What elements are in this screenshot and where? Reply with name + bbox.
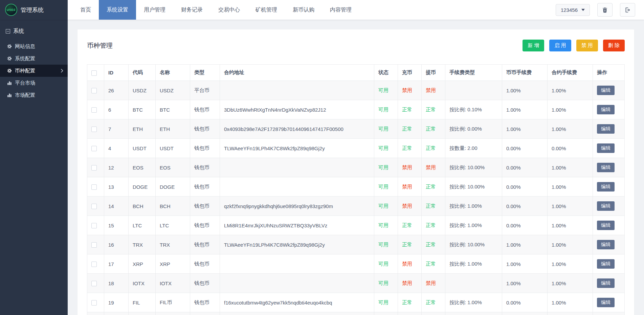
edit-button[interactable]: 编辑 [597,240,615,249]
logout-button[interactable] [620,3,635,17]
edit-button[interactable]: 编辑 [597,163,615,172]
edit-button[interactable]: 编辑 [597,143,615,153]
cell-id: 7 [104,119,129,139]
cell-withdraw: 正常 [422,119,445,139]
sidebar-item-网站信息[interactable]: 网站信息 [0,40,68,52]
cell-name: TRX [156,235,190,254]
status-badge: 可用 [378,107,388,112]
status-badge: 禁用 [426,87,436,93]
sidebar-menu: 网站信息系统配置币种配置平台市场市场配置 [0,40,68,101]
cell-contract_fee: 1.00% [548,158,593,177]
row-checkbox[interactable] [91,88,97,93]
cell-contract_fee: 1.00% [548,235,593,254]
cell-coin_fee: 0.00% [502,158,548,177]
main-content: 币种管理 新 增启 用禁 用删 除 ID代码名称类型合约地址状态充币提币手续费类… [68,20,644,315]
add-button[interactable]: 新 增 [523,40,544,51]
nav-item-财务记录[interactable]: 财务记录 [173,0,210,20]
gear-icon [7,44,12,49]
edit-button[interactable]: 编辑 [597,86,615,95]
edit-button[interactable]: 编辑 [597,278,615,288]
logo-text: USDZ [7,8,16,12]
cell-id: 17 [104,254,129,274]
cell-contract_fee: 1.00% [548,254,593,274]
cell-contract_fee: 0.00% [548,139,593,158]
cell-contract: qzkf2fxnq9pnygkkdhqhj6ue0895rq0lry83zgz9… [220,197,374,216]
sidebar-item-市场配置[interactable]: 市场配置 [0,89,68,101]
disable-button[interactable]: 禁 用 [576,40,598,51]
cell-fee_type: 按比例: 1.00% [445,254,502,274]
gear-icon [7,56,12,61]
row-checkbox[interactable] [91,146,97,151]
status-badge: 可用 [378,203,388,209]
cell-status: 可用 [374,216,398,235]
edit-button[interactable]: 编辑 [597,105,615,114]
cell-type: 钱包币 [190,312,220,315]
nav-item-内容管理[interactable]: 内容管理 [322,0,359,20]
enable-button[interactable]: 启 用 [549,40,571,51]
edit-button[interactable]: 编辑 [597,298,615,307]
row-checkbox[interactable] [91,204,97,209]
edit-button[interactable]: 编辑 [597,221,615,230]
row-checkbox[interactable] [91,165,97,171]
cell-contract: TLWAeeYFn19LPh4K7C8Wk2fpZ89q98Gj2y [220,139,374,158]
cell-code: BCH [129,197,156,216]
select-all-checkbox[interactable] [91,70,97,76]
sidebar-item-平台市场[interactable]: 平台市场 [0,77,68,89]
nav-item-首页[interactable]: 首页 [72,0,99,20]
cell-type: 钱包币 [190,235,220,254]
row-checkbox[interactable] [91,107,97,113]
table-row: 4USDTUSDT钱包币TLWAeeYFn19LPh4K7C8Wk2fpZ89q… [87,139,625,158]
cell-fee_type: 按比例: 10.00% [445,177,502,197]
edit-button[interactable]: 编辑 [597,201,615,211]
nav-item-用户管理[interactable]: 用户管理 [136,0,173,20]
table-header-row: ID代码名称类型合约地址状态充币提币手续费类型币币手续费合约手续费操作 [87,65,625,81]
delete-button[interactable]: 删 除 [603,40,625,51]
edit-button[interactable]: 编辑 [597,124,615,134]
sidebar-item-币种配置[interactable]: 币种配置 [0,65,68,77]
row-select-cell [87,177,104,197]
trash-button[interactable] [597,3,613,17]
caret-down-icon [581,9,585,11]
nav-item-新币认购[interactable]: 新币认购 [285,0,322,20]
edit-button[interactable]: 编辑 [597,182,615,192]
table-row: 18IOTXIOTX钱包币可用禁用禁用1.00%1.00%编辑 [87,274,625,293]
cell-code: SHIB [129,312,156,315]
col-header-状态: 状态 [374,65,398,81]
cell-type: 钱包币 [190,197,220,216]
cell-id: 20 [104,312,129,315]
row-checkbox[interactable] [91,184,97,190]
sidebar-item-系统配置[interactable]: 系统配置 [0,52,68,65]
collapse-icon[interactable] [6,29,10,33]
status-badge: 正常 [426,184,436,189]
status-badge: 正常 [426,222,436,228]
row-checkbox[interactable] [91,262,97,267]
status-badge: 可用 [378,184,388,189]
nav-item-矿机管理[interactable]: 矿机管理 [248,0,285,20]
row-checkbox[interactable] [91,242,97,248]
cell-name: DOGE [156,177,190,197]
row-checkbox[interactable] [91,223,97,228]
cell-deposit: 禁用 [398,254,422,274]
cell-actions: 编辑 [593,119,625,139]
nav-item-交易中心[interactable]: 交易中心 [210,0,248,20]
page-actions: 新 增启 用禁 用删 除 [523,40,625,51]
edit-button[interactable]: 编辑 [597,259,615,269]
status-badge: 正常 [402,145,412,151]
cell-contract_fee: 1.00% [548,312,593,315]
cell-contract_fee: 1.00% [548,274,593,293]
chevron-right-icon [61,69,63,73]
row-checkbox[interactable] [91,300,97,306]
nav-item-系统设置[interactable]: 系统设置 [99,0,136,20]
table-row: 26USDZUSDZ平台币可用禁用禁用1.00%1.00%编辑 [87,81,625,100]
cell-deposit: 禁用 [398,274,422,293]
row-select-cell [87,274,104,293]
cell-withdraw: 禁用 [422,158,445,177]
row-checkbox[interactable] [91,281,97,286]
cell-contract: f16xucotutbmw4tg62yew7kk5nqdbti4euqo4kcb… [220,293,374,312]
user-dropdown[interactable]: 123456 [556,4,590,16]
status-badge: 可用 [378,299,388,305]
row-checkbox[interactable] [91,127,97,132]
status-badge: 可用 [378,261,388,267]
cell-name: USDT [156,139,190,158]
cell-status: 可用 [374,119,398,139]
